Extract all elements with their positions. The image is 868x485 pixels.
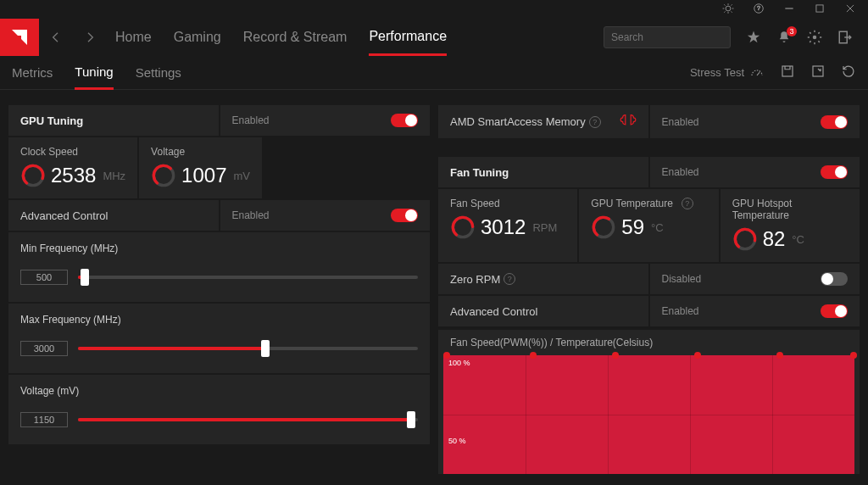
fan-advanced-toggle[interactable] <box>821 304 848 318</box>
maximize-icon[interactable] <box>814 3 826 17</box>
advanced-control-toggle[interactable] <box>391 209 418 222</box>
notification-badge: 3 <box>787 26 797 36</box>
fan-curve-point[interactable] <box>694 352 701 359</box>
svg-point-0 <box>726 6 731 11</box>
fan-curve-point[interactable] <box>530 352 537 359</box>
search-box[interactable] <box>604 26 731 48</box>
fan-tuning-title: Fan Tuning <box>438 157 648 187</box>
search-input[interactable] <box>611 31 738 43</box>
max-freq-label: Max Frequency (MHz) <box>20 314 418 326</box>
voltage-slider-value[interactable]: 1150 <box>20 412 68 427</box>
gpu-temp-label: GPU Temperature <box>591 198 673 209</box>
voltage-label: Voltage <box>139 137 262 158</box>
gpu-temp-value: 59 <box>621 215 644 239</box>
gpu-temp-help-icon[interactable]: ? <box>682 198 693 209</box>
stress-test-label: Stress Test <box>690 66 744 79</box>
sam-title: AMD SmartAccess Memory <box>450 115 586 128</box>
tab-home[interactable]: Home <box>115 19 152 56</box>
clock-speed-unit: MHz <box>103 170 125 182</box>
nav-forward-button[interactable] <box>73 31 107 44</box>
gpu-temp-unit: °C <box>651 221 664 234</box>
svg-text:?: ? <box>757 5 760 11</box>
fan-speed-value: 3012 <box>481 215 526 239</box>
export-icon[interactable] <box>810 64 826 81</box>
tab-record-stream[interactable]: Record & Stream <box>243 19 348 56</box>
reset-icon[interactable] <box>841 64 856 81</box>
gpu-tuning-title: GPU Tuning <box>8 105 219 136</box>
sam-enabled-label: Enabled <box>662 116 699 128</box>
voltage-value: 1007 <box>181 164 226 187</box>
sub-nav: Metrics Tuning Settings Stress Test <box>0 56 868 90</box>
tab-performance[interactable]: Performance <box>369 19 447 56</box>
voltage-slider-label: Voltage (mV) <box>20 385 418 397</box>
tab-gaming[interactable]: Gaming <box>174 19 221 56</box>
zero-rpm-disabled-label: Disabled <box>662 273 702 285</box>
voltage-slider[interactable] <box>78 418 418 421</box>
help-icon[interactable]: ? <box>753 3 765 17</box>
nav-back-button[interactable] <box>39 31 73 44</box>
clock-speed-label: Clock Speed <box>8 137 137 158</box>
fan-speed-unit: RPM <box>532 221 557 234</box>
svg-rect-7 <box>813 66 823 76</box>
fan-speed-label: Fan Speed <box>438 189 577 209</box>
fan-advanced-label: Advanced Control <box>438 296 648 326</box>
gpu-enabled-label: Enabled <box>232 114 270 126</box>
fan-advanced-enabled-label: Enabled <box>662 305 699 317</box>
subtab-settings[interactable]: Settings <box>136 56 181 90</box>
hotspot-gauge-icon <box>732 226 758 252</box>
subtab-tuning[interactable]: Tuning <box>75 56 113 90</box>
fan-curve-point[interactable] <box>850 352 857 359</box>
settings-icon[interactable] <box>807 30 822 45</box>
voltage-unit: mV <box>234 170 251 182</box>
clock-gauge-icon <box>20 163 46 188</box>
svg-rect-3 <box>816 4 823 11</box>
min-freq-slider[interactable] <box>78 276 418 279</box>
clock-speed-value: 2538 <box>51 164 96 187</box>
graph-y100-label: 100 % <box>448 359 470 367</box>
fan-graph-title: Fan Speed(PWM(%)) / Temperature(Celsius) <box>438 330 860 355</box>
sam-toggle[interactable] <box>821 115 848 129</box>
brain-icon <box>620 114 637 130</box>
stress-test-button[interactable]: Stress Test <box>690 65 765 81</box>
hotspot-temp-label: GPU Hotspot Temperature <box>721 189 860 221</box>
fan-curve-point[interactable] <box>443 352 450 359</box>
gpu-temp-gauge-icon <box>591 215 616 240</box>
fan-speed-gauge-icon <box>450 215 476 240</box>
bug-icon[interactable] <box>722 3 734 17</box>
fan-curve-point[interactable] <box>776 352 783 359</box>
sam-help-icon[interactable]: ? <box>589 116 601 128</box>
minimize-icon[interactable] <box>783 3 795 17</box>
min-freq-value[interactable]: 500 <box>20 270 68 285</box>
gauge-icon <box>749 65 765 81</box>
zero-rpm-help-icon[interactable]: ? <box>504 273 515 285</box>
gpu-tuning-toggle[interactable] <box>391 114 418 127</box>
top-nav: Home Gaming Record & Stream Performance … <box>0 19 868 56</box>
amd-logo[interactable] <box>0 19 39 56</box>
advanced-control-label: Advanced Control <box>8 200 219 231</box>
hotspot-temp-value: 82 <box>763 227 786 251</box>
fan-tuning-column: AMD SmartAccess Memory ? Enabled Fan Tun… <box>438 105 860 485</box>
exit-icon[interactable] <box>837 30 853 45</box>
close-icon[interactable] <box>844 3 856 17</box>
window-titlebar: ? <box>0 0 868 19</box>
favorites-icon[interactable] <box>746 30 761 45</box>
zero-rpm-toggle[interactable] <box>821 272 848 286</box>
main-content: GPU Tuning Enabled Clock Speed 2538 MHz … <box>0 90 868 485</box>
min-freq-label: Min Frequency (MHz) <box>20 242 418 254</box>
fan-tuning-toggle[interactable] <box>821 165 848 179</box>
subtab-metrics[interactable]: Metrics <box>12 56 53 90</box>
advanced-enabled-label: Enabled <box>232 209 270 221</box>
svg-point-5 <box>813 36 817 40</box>
notifications-icon[interactable]: 3 <box>776 30 792 45</box>
graph-y50-label: 50 % <box>448 437 466 445</box>
hotspot-temp-unit: °C <box>792 233 804 246</box>
svg-rect-6 <box>782 66 793 76</box>
max-freq-value[interactable]: 3000 <box>20 341 68 356</box>
fan-enabled-label: Enabled <box>662 166 699 178</box>
voltage-gauge-icon <box>151 163 176 188</box>
gpu-tuning-column: GPU Tuning Enabled Clock Speed 2538 MHz … <box>8 105 430 485</box>
max-freq-slider[interactable] <box>78 347 418 350</box>
fan-curve-point[interactable] <box>612 352 619 359</box>
save-icon[interactable] <box>780 64 795 81</box>
fan-curve-graph[interactable]: 100 % 50 % <box>443 355 854 474</box>
